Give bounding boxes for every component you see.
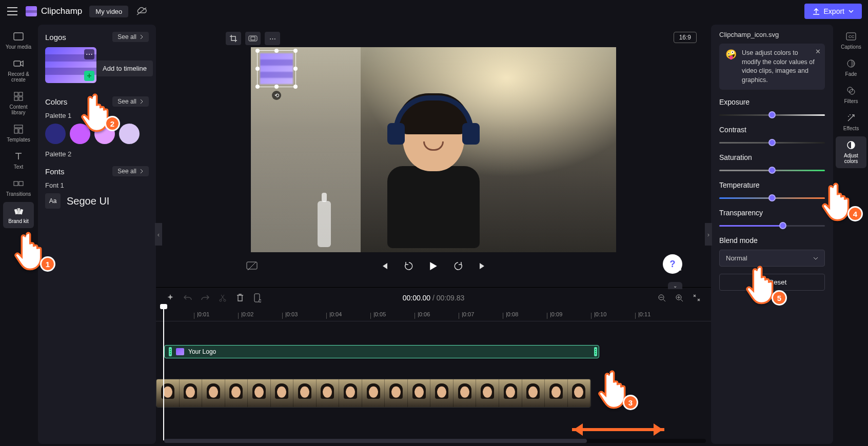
contrast-slider[interactable] bbox=[719, 139, 825, 146]
aspect-ratio-badge[interactable]: 16:9 bbox=[674, 32, 697, 43]
color-swatch[interactable] bbox=[45, 124, 66, 144]
export-frame-icon[interactable] bbox=[252, 293, 263, 303]
svg-rect-9 bbox=[19, 129, 23, 133]
properties-panel: Clipchamp_icon.svg 🤪 Use adjust colors t… bbox=[711, 25, 833, 444]
tip-emoji-icon: 🤪 bbox=[725, 49, 737, 85]
zoom-fit-icon[interactable] bbox=[692, 293, 702, 303]
rail-adjust-colors[interactable]: Adjust colors bbox=[836, 136, 866, 168]
rail-fade[interactable]: Fade bbox=[836, 55, 866, 81]
add-to-timeline-tooltip: Add to timeline bbox=[96, 60, 153, 76]
cloud-sync-off-icon[interactable] bbox=[135, 5, 148, 17]
zoom-out-icon[interactable] bbox=[657, 293, 667, 303]
playhead[interactable] bbox=[163, 307, 164, 440]
clip-handle-left[interactable] bbox=[169, 347, 172, 356]
svg-rect-4 bbox=[19, 92, 23, 96]
skip-back-icon[interactable] bbox=[379, 260, 390, 272]
transparency-slider[interactable] bbox=[719, 222, 825, 229]
svg-point-20 bbox=[224, 299, 226, 301]
templates-icon bbox=[13, 124, 24, 135]
rail-templates[interactable]: Templates bbox=[3, 120, 34, 147]
delete-icon[interactable] bbox=[235, 293, 245, 303]
see-all-logos[interactable]: See all bbox=[112, 32, 149, 42]
library-icon bbox=[13, 91, 24, 102]
app-name: Clipchamp bbox=[41, 6, 82, 16]
rotate-handle-icon[interactable]: ⟲ bbox=[272, 91, 281, 100]
svg-rect-7 bbox=[14, 125, 23, 128]
see-all-colors[interactable]: See all bbox=[112, 96, 149, 107]
rail-text[interactable]: Text bbox=[3, 148, 34, 174]
blend-mode-select[interactable]: Normal bbox=[719, 250, 825, 267]
svg-rect-2 bbox=[14, 61, 21, 66]
crop-icon[interactable] bbox=[226, 32, 241, 45]
effects-icon bbox=[845, 112, 857, 124]
rewind-10-icon[interactable] bbox=[403, 260, 415, 272]
svg-rect-17 bbox=[247, 262, 257, 269]
timeline-timecode: 00:00.00 / 00:09.83 bbox=[403, 294, 465, 302]
app-brand[interactable]: Clipchamp bbox=[26, 6, 82, 16]
svg-rect-6 bbox=[19, 97, 23, 100]
redo-icon[interactable] bbox=[200, 293, 210, 303]
rail-your-media[interactable]: Your media bbox=[3, 28, 34, 54]
zoom-in-icon[interactable] bbox=[674, 293, 684, 303]
upload-icon bbox=[813, 8, 820, 15]
captions-toggle-icon[interactable] bbox=[246, 260, 258, 272]
svg-line-29 bbox=[681, 299, 683, 301]
text-icon bbox=[13, 151, 24, 162]
logo-more-icon[interactable]: ⋯ bbox=[84, 49, 94, 59]
forward-10-icon[interactable] bbox=[452, 260, 464, 272]
filters-icon bbox=[845, 85, 857, 96]
adjust-colors-icon bbox=[845, 139, 857, 151]
fit-icon[interactable] bbox=[245, 32, 261, 45]
help-button[interactable]: ? bbox=[663, 254, 682, 274]
top-bar: Clipchamp My video Export bbox=[0, 0, 868, 23]
auto-compose-icon[interactable] bbox=[165, 293, 175, 303]
temperature-slider[interactable] bbox=[719, 194, 825, 201]
timeline-ruler[interactable]: |0:01|0:02|0:03|0:04|0:05|0:06|0:07|0:08… bbox=[156, 308, 711, 321]
palette-2-label: Palette 2 bbox=[45, 150, 149, 158]
undo-icon[interactable] bbox=[183, 293, 193, 303]
rail-effects[interactable]: Effects bbox=[836, 109, 866, 135]
rail-content-library[interactable]: Content library bbox=[3, 88, 34, 119]
skip-forward-icon[interactable] bbox=[477, 260, 488, 272]
play-button[interactable] bbox=[428, 260, 439, 272]
font-name: Segoe UI bbox=[67, 195, 109, 207]
blend-mode-label: Blend mode bbox=[719, 236, 825, 245]
selection-handles[interactable]: ⟲ bbox=[257, 50, 296, 87]
canvas-area: ⋯ 16:9 bbox=[156, 23, 711, 287]
svg-point-36 bbox=[850, 114, 851, 115]
hamburger-menu-icon[interactable] bbox=[6, 5, 18, 17]
font-preview-icon[interactable]: Aa bbox=[45, 193, 61, 209]
video-clip[interactable] bbox=[156, 379, 591, 408]
logo-clip[interactable]: Your Logo bbox=[164, 345, 599, 358]
svg-point-35 bbox=[848, 116, 849, 117]
export-button[interactable]: Export bbox=[804, 4, 862, 19]
svg-rect-5 bbox=[14, 97, 18, 100]
video-preview[interactable]: ⟲ bbox=[251, 47, 616, 252]
section-fonts-title: Fonts bbox=[45, 167, 65, 176]
rail-captions[interactable]: CC Captions bbox=[836, 28, 866, 54]
contrast-label: Contrast bbox=[719, 126, 825, 134]
close-tip-icon[interactable]: ✕ bbox=[815, 48, 821, 55]
split-icon[interactable] bbox=[218, 293, 228, 303]
add-to-timeline-button[interactable]: + bbox=[84, 71, 94, 81]
clipchamp-logo-icon bbox=[26, 6, 37, 16]
rail-record-create[interactable]: Record & create bbox=[3, 55, 34, 87]
rail-transitions[interactable]: Transitions bbox=[3, 175, 34, 201]
color-swatch[interactable] bbox=[94, 124, 115, 144]
see-all-fonts[interactable]: See all bbox=[112, 166, 149, 176]
clip-handle-right[interactable] bbox=[594, 347, 597, 356]
more-options-icon[interactable]: ⋯ bbox=[265, 32, 280, 45]
project-title[interactable]: My video bbox=[89, 6, 128, 17]
chevron-down-icon bbox=[813, 257, 818, 260]
saturation-slider[interactable] bbox=[719, 167, 825, 174]
svg-point-22 bbox=[259, 300, 262, 302]
reset-icon bbox=[758, 279, 765, 286]
color-swatch[interactable] bbox=[70, 124, 90, 144]
color-swatch[interactable] bbox=[119, 124, 140, 144]
rail-brand-kit[interactable]: Brand kit bbox=[3, 202, 34, 228]
font-1-label: Font 1 bbox=[45, 181, 149, 189]
logo-thumbnail[interactable]: ⋯ + bbox=[45, 47, 96, 83]
exposure-slider[interactable] bbox=[719, 111, 825, 118]
reset-button[interactable]: Reset bbox=[719, 274, 825, 291]
rail-filters[interactable]: Filters bbox=[836, 82, 866, 108]
